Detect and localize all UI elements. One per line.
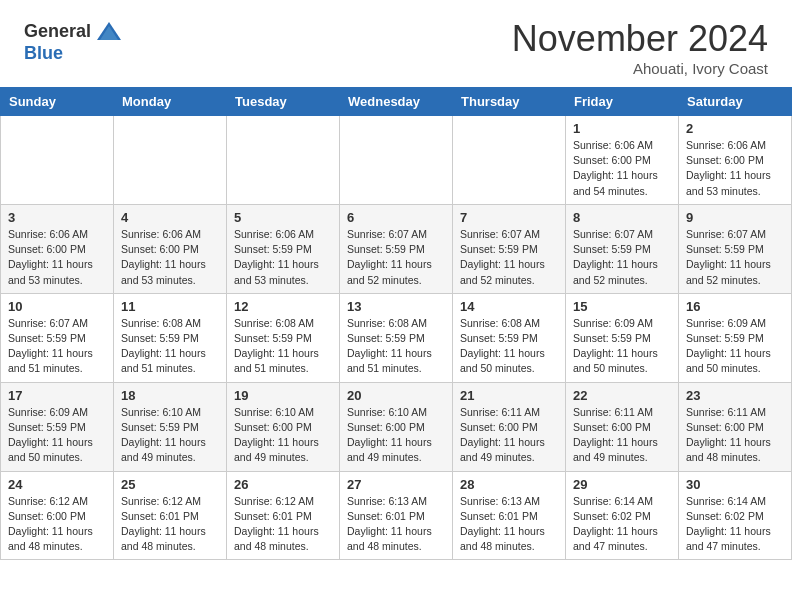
calendar-cell: 19Sunrise: 6:10 AMSunset: 6:00 PMDayligh… xyxy=(227,382,340,471)
calendar-header: SundayMondayTuesdayWednesdayThursdayFrid… xyxy=(1,88,792,116)
day-info: Sunrise: 6:07 AMSunset: 5:59 PMDaylight:… xyxy=(573,227,671,288)
day-number: 17 xyxy=(8,388,106,403)
day-info: Sunrise: 6:08 AMSunset: 5:59 PMDaylight:… xyxy=(347,316,445,377)
day-info: Sunrise: 6:07 AMSunset: 5:59 PMDaylight:… xyxy=(460,227,558,288)
calendar-cell: 12Sunrise: 6:08 AMSunset: 5:59 PMDayligh… xyxy=(227,293,340,382)
calendar-cell: 5Sunrise: 6:06 AMSunset: 5:59 PMDaylight… xyxy=(227,204,340,293)
calendar-cell: 22Sunrise: 6:11 AMSunset: 6:00 PMDayligh… xyxy=(566,382,679,471)
day-number: 18 xyxy=(121,388,219,403)
day-info: Sunrise: 6:08 AMSunset: 5:59 PMDaylight:… xyxy=(460,316,558,377)
calendar-cell: 9Sunrise: 6:07 AMSunset: 5:59 PMDaylight… xyxy=(679,204,792,293)
week-row-3: 10Sunrise: 6:07 AMSunset: 5:59 PMDayligh… xyxy=(1,293,792,382)
day-number: 11 xyxy=(121,299,219,314)
calendar-table: SundayMondayTuesdayWednesdayThursdayFrid… xyxy=(0,87,792,560)
day-info: Sunrise: 6:07 AMSunset: 5:59 PMDaylight:… xyxy=(686,227,784,288)
day-info: Sunrise: 6:14 AMSunset: 6:02 PMDaylight:… xyxy=(573,494,671,555)
day-info: Sunrise: 6:11 AMSunset: 6:00 PMDaylight:… xyxy=(460,405,558,466)
day-number: 15 xyxy=(573,299,671,314)
day-info: Sunrise: 6:14 AMSunset: 6:02 PMDaylight:… xyxy=(686,494,784,555)
calendar-cell: 24Sunrise: 6:12 AMSunset: 6:00 PMDayligh… xyxy=(1,471,114,560)
calendar-cell: 16Sunrise: 6:09 AMSunset: 5:59 PMDayligh… xyxy=(679,293,792,382)
day-info: Sunrise: 6:06 AMSunset: 5:59 PMDaylight:… xyxy=(234,227,332,288)
day-number: 13 xyxy=(347,299,445,314)
calendar-cell: 15Sunrise: 6:09 AMSunset: 5:59 PMDayligh… xyxy=(566,293,679,382)
day-info: Sunrise: 6:09 AMSunset: 5:59 PMDaylight:… xyxy=(686,316,784,377)
week-row-4: 17Sunrise: 6:09 AMSunset: 5:59 PMDayligh… xyxy=(1,382,792,471)
day-number: 26 xyxy=(234,477,332,492)
day-info: Sunrise: 6:09 AMSunset: 5:59 PMDaylight:… xyxy=(8,405,106,466)
calendar-cell: 18Sunrise: 6:10 AMSunset: 5:59 PMDayligh… xyxy=(114,382,227,471)
day-info: Sunrise: 6:11 AMSunset: 6:00 PMDaylight:… xyxy=(573,405,671,466)
column-header-tuesday: Tuesday xyxy=(227,88,340,116)
calendar-cell: 28Sunrise: 6:13 AMSunset: 6:01 PMDayligh… xyxy=(453,471,566,560)
day-number: 28 xyxy=(460,477,558,492)
day-number: 10 xyxy=(8,299,106,314)
day-info: Sunrise: 6:12 AMSunset: 6:01 PMDaylight:… xyxy=(121,494,219,555)
day-number: 21 xyxy=(460,388,558,403)
calendar-cell: 23Sunrise: 6:11 AMSunset: 6:00 PMDayligh… xyxy=(679,382,792,471)
day-number: 30 xyxy=(686,477,784,492)
day-number: 3 xyxy=(8,210,106,225)
day-number: 7 xyxy=(460,210,558,225)
calendar-cell: 8Sunrise: 6:07 AMSunset: 5:59 PMDaylight… xyxy=(566,204,679,293)
calendar-cell: 30Sunrise: 6:14 AMSunset: 6:02 PMDayligh… xyxy=(679,471,792,560)
day-number: 2 xyxy=(686,121,784,136)
day-info: Sunrise: 6:08 AMSunset: 5:59 PMDaylight:… xyxy=(121,316,219,377)
column-header-monday: Monday xyxy=(114,88,227,116)
day-info: Sunrise: 6:11 AMSunset: 6:00 PMDaylight:… xyxy=(686,405,784,466)
calendar-cell: 13Sunrise: 6:08 AMSunset: 5:59 PMDayligh… xyxy=(340,293,453,382)
day-number: 12 xyxy=(234,299,332,314)
day-number: 9 xyxy=(686,210,784,225)
day-number: 5 xyxy=(234,210,332,225)
calendar-cell xyxy=(453,116,566,205)
calendar-cell: 3Sunrise: 6:06 AMSunset: 6:00 PMDaylight… xyxy=(1,204,114,293)
day-info: Sunrise: 6:13 AMSunset: 6:01 PMDaylight:… xyxy=(347,494,445,555)
day-info: Sunrise: 6:06 AMSunset: 6:00 PMDaylight:… xyxy=(8,227,106,288)
calendar-cell xyxy=(340,116,453,205)
day-info: Sunrise: 6:13 AMSunset: 6:01 PMDaylight:… xyxy=(460,494,558,555)
day-number: 19 xyxy=(234,388,332,403)
day-number: 4 xyxy=(121,210,219,225)
day-number: 6 xyxy=(347,210,445,225)
day-info: Sunrise: 6:10 AMSunset: 6:00 PMDaylight:… xyxy=(347,405,445,466)
day-info: Sunrise: 6:12 AMSunset: 6:01 PMDaylight:… xyxy=(234,494,332,555)
week-row-2: 3Sunrise: 6:06 AMSunset: 6:00 PMDaylight… xyxy=(1,204,792,293)
week-row-1: 1Sunrise: 6:06 AMSunset: 6:00 PMDaylight… xyxy=(1,116,792,205)
header-row: SundayMondayTuesdayWednesdayThursdayFrid… xyxy=(1,88,792,116)
calendar-cell: 14Sunrise: 6:08 AMSunset: 5:59 PMDayligh… xyxy=(453,293,566,382)
calendar-cell: 25Sunrise: 6:12 AMSunset: 6:01 PMDayligh… xyxy=(114,471,227,560)
calendar-cell: 20Sunrise: 6:10 AMSunset: 6:00 PMDayligh… xyxy=(340,382,453,471)
column-header-saturday: Saturday xyxy=(679,88,792,116)
calendar-cell: 1Sunrise: 6:06 AMSunset: 6:00 PMDaylight… xyxy=(566,116,679,205)
logo-blue: Blue xyxy=(24,43,63,63)
calendar-cell xyxy=(1,116,114,205)
day-info: Sunrise: 6:06 AMSunset: 6:00 PMDaylight:… xyxy=(573,138,671,199)
day-info: Sunrise: 6:12 AMSunset: 6:00 PMDaylight:… xyxy=(8,494,106,555)
calendar-cell: 7Sunrise: 6:07 AMSunset: 5:59 PMDaylight… xyxy=(453,204,566,293)
column-header-sunday: Sunday xyxy=(1,88,114,116)
day-number: 1 xyxy=(573,121,671,136)
day-info: Sunrise: 6:10 AMSunset: 5:59 PMDaylight:… xyxy=(121,405,219,466)
column-header-thursday: Thursday xyxy=(453,88,566,116)
title-block: November 2024 Ahouati, Ivory Coast xyxy=(512,18,768,77)
day-info: Sunrise: 6:06 AMSunset: 6:00 PMDaylight:… xyxy=(121,227,219,288)
logo-icon xyxy=(95,18,123,46)
month-title: November 2024 xyxy=(512,18,768,60)
page-header: General Blue November 2024 Ahouati, Ivor… xyxy=(0,0,792,87)
day-info: Sunrise: 6:06 AMSunset: 6:00 PMDaylight:… xyxy=(686,138,784,199)
logo-general: General xyxy=(24,22,91,42)
location: Ahouati, Ivory Coast xyxy=(512,60,768,77)
day-number: 16 xyxy=(686,299,784,314)
day-number: 20 xyxy=(347,388,445,403)
calendar-cell: 4Sunrise: 6:06 AMSunset: 6:00 PMDaylight… xyxy=(114,204,227,293)
column-header-wednesday: Wednesday xyxy=(340,88,453,116)
day-number: 22 xyxy=(573,388,671,403)
calendar-cell: 26Sunrise: 6:12 AMSunset: 6:01 PMDayligh… xyxy=(227,471,340,560)
calendar-cell: 21Sunrise: 6:11 AMSunset: 6:00 PMDayligh… xyxy=(453,382,566,471)
calendar-cell: 11Sunrise: 6:08 AMSunset: 5:59 PMDayligh… xyxy=(114,293,227,382)
calendar-cell: 10Sunrise: 6:07 AMSunset: 5:59 PMDayligh… xyxy=(1,293,114,382)
calendar-cell: 27Sunrise: 6:13 AMSunset: 6:01 PMDayligh… xyxy=(340,471,453,560)
day-info: Sunrise: 6:10 AMSunset: 6:00 PMDaylight:… xyxy=(234,405,332,466)
calendar-cell xyxy=(227,116,340,205)
calendar-cell: 29Sunrise: 6:14 AMSunset: 6:02 PMDayligh… xyxy=(566,471,679,560)
